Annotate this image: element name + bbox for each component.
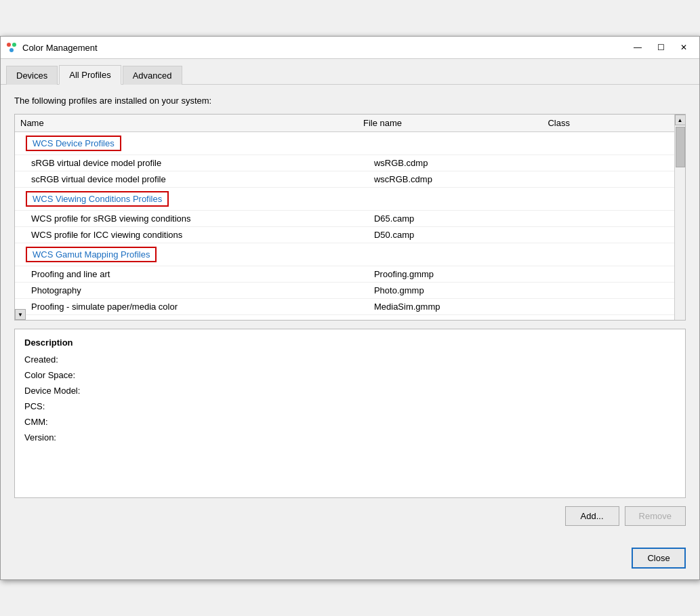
col-header-class: Class (542, 115, 674, 132)
row-class (542, 283, 674, 299)
profiles-table-scroll[interactable]: Name File name Class WCS Device Profiles (15, 115, 674, 320)
row-class (542, 171, 674, 188)
row-name: WCS profile for sRGB viewing conditions (15, 211, 358, 227)
scrollbar-track[interactable]: ▲ ▼ (674, 115, 685, 320)
window-title: Color Management (22, 43, 98, 53)
title-bar-left: Color Management (6, 42, 98, 53)
row-name: sRGB virtual device model profile (15, 155, 358, 171)
group-wcs-gamut[interactable]: WCS Gamut Mapping Profiles (15, 243, 674, 266)
desc-field-version: Version: (24, 432, 676, 443)
row-filename: D65.camp (358, 211, 542, 227)
svg-point-1 (12, 43, 16, 47)
profiles-table: Name File name Class WCS Device Profiles (15, 115, 674, 315)
row-filename: D50.camp (358, 227, 542, 243)
group-wcs-device-label[interactable]: WCS Device Profiles (26, 136, 121, 151)
row-name: Proofing and line art (15, 266, 358, 283)
desc-field-created: Created: (24, 354, 676, 365)
col-header-filename: File name (358, 115, 542, 132)
table-row[interactable]: Proofing - simulate paper/media color Me… (15, 299, 674, 315)
tab-bar: Devices All Profiles Advanced (1, 59, 699, 85)
intro-text: The following profiles are installed on … (14, 96, 686, 106)
scrollbar-thumb[interactable] (676, 127, 685, 167)
row-class (542, 211, 674, 227)
button-row: Add... Remove (14, 506, 686, 537)
table-row[interactable]: Photography Photo.gmmp (15, 283, 674, 299)
group-wcs-viewing-label[interactable]: WCS Viewing Conditions Profiles (26, 191, 169, 207)
group-wcs-device[interactable]: WCS Device Profiles (15, 132, 674, 155)
add-button[interactable]: Add... (565, 506, 619, 526)
profiles-table-container: Name File name Class WCS Device Profiles (14, 114, 686, 321)
tab-all-profiles[interactable]: All Profiles (59, 65, 121, 85)
description-box: Description Created: Color Space: Device… (14, 329, 686, 498)
row-name: WCS profile for ICC viewing conditions (15, 227, 358, 243)
row-filename: wsRGB.cdmp (358, 155, 542, 171)
scrollbar-up-button[interactable]: ▲ (675, 115, 686, 125)
window-icon (6, 42, 17, 53)
desc-field-devicemodel: Device Model: (24, 386, 676, 396)
row-filename: wscRGB.cdmp (358, 171, 542, 188)
title-bar-controls: ― ☐ ✕ (627, 41, 694, 54)
row-filename: Proofing.gmmp (358, 266, 542, 283)
row-name: Photography (15, 283, 358, 299)
desc-field-cmm: CMM: (24, 417, 676, 427)
content-area: The following profiles are installed on … (1, 85, 699, 548)
minimize-button[interactable]: ― (627, 41, 648, 54)
tab-advanced[interactable]: Advanced (123, 66, 182, 85)
description-title: Description (24, 337, 676, 348)
row-filename: Photo.gmmp (358, 283, 542, 299)
tab-devices[interactable]: Devices (6, 66, 58, 85)
row-filename: MediaSim.gmmp (358, 299, 542, 315)
table-row[interactable]: scRGB virtual device model profile wscRG… (15, 171, 674, 188)
window-close-button[interactable]: ✕ (674, 41, 694, 54)
row-class (542, 155, 674, 171)
table-row[interactable]: WCS profile for sRGB viewing conditions … (15, 211, 674, 227)
row-class (542, 299, 674, 315)
table-row[interactable]: Proofing and line art Proofing.gmmp (15, 266, 674, 283)
group-wcs-viewing[interactable]: WCS Viewing Conditions Profiles (15, 188, 674, 211)
remove-button[interactable]: Remove (625, 506, 686, 526)
row-name: scRGB virtual device model profile (15, 171, 358, 188)
svg-point-0 (7, 43, 11, 47)
maximize-button[interactable]: ☐ (651, 41, 671, 54)
table-row[interactable]: WCS profile for ICC viewing conditions D… (15, 227, 674, 243)
group-wcs-gamut-label[interactable]: WCS Gamut Mapping Profiles (26, 247, 157, 262)
desc-field-colorspace: Color Space: (24, 370, 676, 380)
desc-field-pcs: PCS: (24, 401, 676, 411)
row-class (542, 266, 674, 283)
row-name: Proofing - simulate paper/media color (15, 299, 358, 315)
col-header-name: Name (15, 115, 358, 132)
svg-point-2 (9, 48, 14, 52)
row-class (542, 227, 674, 243)
scrollbar-down-button[interactable]: ▼ (15, 309, 26, 320)
color-management-window: Color Management ― ☐ ✕ Devices All Profi… (0, 36, 700, 580)
title-bar: Color Management ― ☐ ✕ (1, 37, 699, 59)
close-button[interactable]: Close (632, 548, 686, 569)
table-row[interactable]: sRGB virtual device model profile wsRGB.… (15, 155, 674, 171)
